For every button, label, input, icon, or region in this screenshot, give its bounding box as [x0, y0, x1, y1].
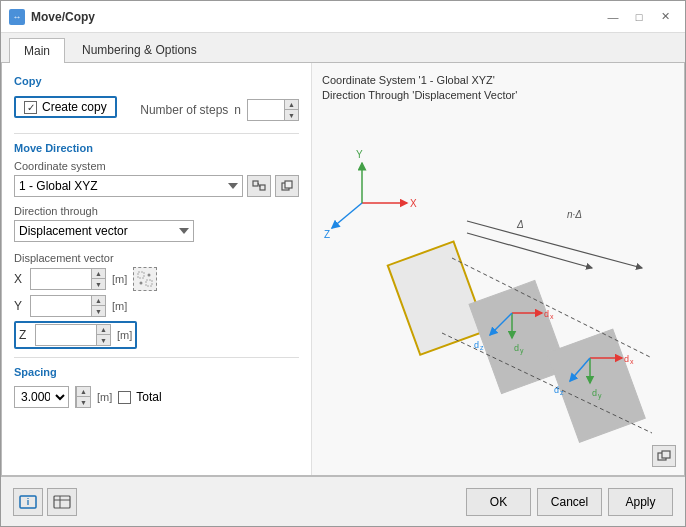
diagram-svg: X Y Z	[312, 103, 672, 475]
y-spin-buttons: ▲ ▼	[91, 296, 105, 316]
cancel-button[interactable]: Cancel	[537, 488, 602, 516]
tab-numbering[interactable]: Numbering & Options	[67, 37, 212, 62]
info-icon: i	[19, 495, 37, 509]
svg-text:X: X	[410, 198, 417, 209]
coord-system-label: Coordinate system	[14, 160, 299, 172]
coord-system-select[interactable]: 1 - Global XYZ 2 - Local 3 - User Define…	[14, 175, 243, 197]
maximize-button[interactable]: □	[627, 7, 651, 27]
svg-text:y: y	[520, 347, 524, 355]
n-steps-row: Number of steps n 1 ▲ ▼	[140, 99, 299, 121]
total-checkbox[interactable]	[118, 391, 131, 404]
svg-text:d: d	[624, 354, 629, 364]
y-spin-down[interactable]: ▼	[91, 306, 105, 316]
diagram-btn-icon	[657, 450, 671, 462]
n-steps-input[interactable]: 1	[248, 102, 284, 118]
svg-text:x: x	[550, 313, 554, 320]
x-spin-buttons: ▲ ▼	[91, 269, 105, 289]
content-area: Copy ✓ Create copy Number of steps n 1 ▲	[1, 63, 685, 476]
minimize-button[interactable]: —	[601, 7, 625, 27]
spacing-spinbox: ▲ ▼	[75, 386, 91, 408]
svg-rect-46	[54, 496, 70, 508]
title-bar: ↔ Move/Copy — □ ✕	[1, 1, 685, 33]
diagram-icon-btn[interactable]	[652, 445, 676, 467]
z-spin-buttons: ▲ ▼	[96, 325, 110, 345]
n-steps-spin-buttons: ▲ ▼	[284, 100, 298, 120]
svg-text:i: i	[27, 497, 30, 507]
coord-axes: X Y Z	[324, 149, 417, 240]
svg-text:y: y	[598, 392, 602, 400]
x-axis-label: X	[14, 272, 24, 286]
x-spin-down[interactable]: ▼	[91, 279, 105, 289]
copy-section-label: Copy	[14, 75, 299, 87]
z-axis-label: Z	[19, 328, 29, 342]
n-steps-spin-down[interactable]: ▼	[284, 110, 298, 120]
svg-text:Z: Z	[324, 229, 330, 240]
svg-text:Y: Y	[356, 149, 363, 160]
left-panel: Copy ✓ Create copy Number of steps n 1 ▲	[2, 63, 312, 475]
svg-point-7	[140, 282, 143, 285]
close-button[interactable]: ✕	[653, 7, 677, 27]
rect3	[547, 329, 645, 442]
create-copy-label: Create copy	[42, 100, 107, 114]
spacing-unit: [m]	[97, 391, 112, 403]
coord-system-row: 1 - Global XYZ 2 - Local 3 - User Define…	[14, 175, 299, 197]
svg-text:d: d	[544, 309, 549, 319]
footer: i OK Cancel Apply	[1, 476, 685, 526]
create-copy-group: ✓ Create copy	[14, 96, 117, 118]
rect1	[388, 242, 486, 355]
y-axis-label: Y	[14, 299, 24, 313]
svg-text:d: d	[592, 388, 597, 398]
x-spinbox: 0.000 ▲ ▼	[30, 268, 106, 290]
svg-text:Δ: Δ	[516, 219, 524, 230]
svg-text:d: d	[554, 385, 559, 395]
create-copy-checkbox[interactable]: ✓	[24, 101, 37, 114]
n-steps-spin-up[interactable]: ▲	[284, 100, 298, 110]
svg-rect-1	[260, 185, 265, 190]
n-label: n	[234, 103, 241, 117]
svg-line-13	[332, 203, 362, 228]
spacing-spin-down[interactable]: ▼	[76, 397, 90, 407]
scatter-icon[interactable]	[133, 267, 157, 291]
direction-through-select[interactable]: Displacement vector Two nodes Line	[14, 220, 194, 242]
svg-text:d: d	[474, 340, 479, 350]
svg-text:z: z	[480, 344, 484, 351]
total-checkbox-row: Total	[118, 390, 161, 404]
y-input[interactable]: 0.000	[31, 297, 91, 315]
spacing-spin-buttons: ▲ ▼	[76, 387, 90, 407]
coord-system-icon-btn2[interactable]	[275, 175, 299, 197]
spacing-spin-up[interactable]: ▲	[76, 387, 90, 397]
footer-icon-btn1[interactable]: i	[13, 488, 43, 516]
footer-right-buttons: OK Cancel Apply	[466, 488, 673, 516]
direction-through-label: Direction through	[14, 205, 299, 217]
copy-icon	[280, 180, 294, 192]
move-direction-label: Move Direction	[14, 142, 299, 154]
title-controls: — □ ✕	[601, 7, 677, 27]
tab-main[interactable]: Main	[9, 38, 65, 63]
y-spin-up[interactable]: ▲	[91, 296, 105, 306]
ok-button[interactable]: OK	[466, 488, 531, 516]
displacement-vector-label: Displacement vector	[14, 252, 299, 264]
spacing-select[interactable]: 3.000	[14, 386, 69, 408]
x-input[interactable]: 0.000	[31, 270, 91, 288]
apply-button[interactable]: Apply	[608, 488, 673, 516]
x-unit: [m]	[112, 273, 127, 285]
rect2	[469, 280, 567, 393]
x-spin-up[interactable]: ▲	[91, 269, 105, 279]
z-spin-down[interactable]: ▼	[96, 335, 110, 345]
diagram-line1: Coordinate System '1 - Global XYZ'	[322, 73, 517, 88]
svg-rect-5	[138, 272, 144, 278]
svg-text:d: d	[514, 343, 519, 353]
coord-system-icon-btn1[interactable]	[247, 175, 271, 197]
table-icon	[53, 495, 71, 509]
total-label: Total	[136, 390, 161, 404]
footer-icon-btn2[interactable]	[47, 488, 77, 516]
z-spinbox: -3.000 ▲ ▼	[35, 324, 111, 346]
diagram-footer	[652, 445, 676, 467]
z-spin-up[interactable]: ▲	[96, 325, 110, 335]
svg-rect-43	[662, 451, 670, 458]
z-input[interactable]: -3.000	[36, 326, 96, 344]
diagram-area: Coordinate System '1 - Global XYZ' Direc…	[312, 63, 684, 475]
window-icon: ↔	[9, 9, 25, 25]
svg-text:x: x	[630, 358, 634, 365]
n-steps-spinbox: 1 ▲ ▼	[247, 99, 299, 121]
